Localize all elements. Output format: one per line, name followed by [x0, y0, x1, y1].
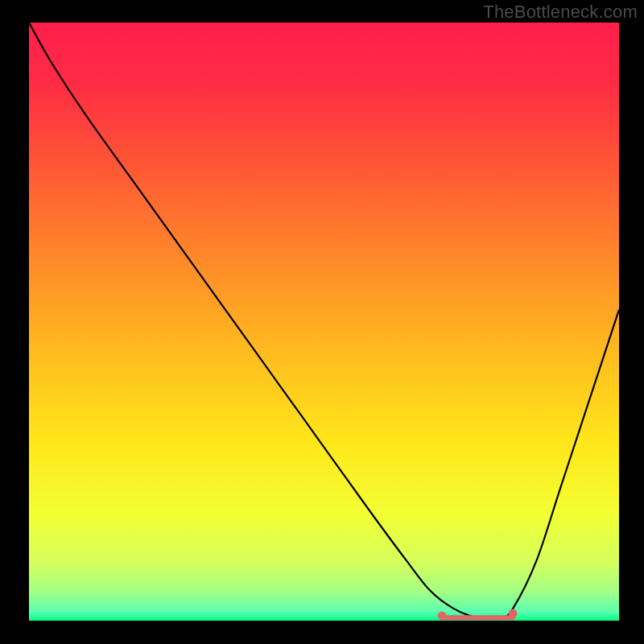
chart-svg [0, 0, 644, 644]
plateau-marker-dot [509, 609, 518, 618]
watermark-text: TheBottleneck.com [483, 2, 638, 23]
chart-frame: { "watermark": "TheBottleneck.com", "col… [0, 0, 644, 644]
plateau-marker-dot [438, 612, 447, 621]
gradient-background [29, 23, 619, 621]
